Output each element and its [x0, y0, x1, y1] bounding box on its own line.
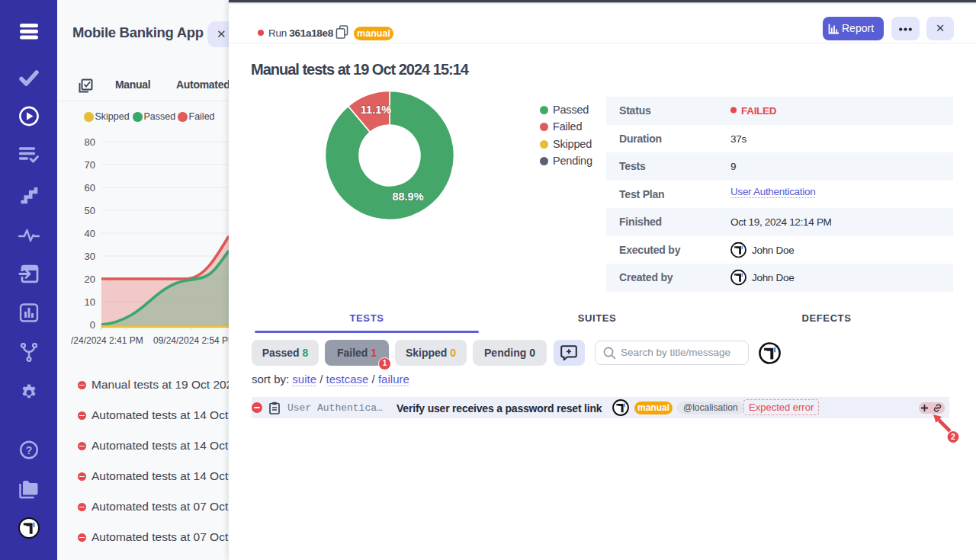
svg-text:10: 10 — [85, 296, 95, 308]
svg-text:30: 30 — [85, 251, 95, 262]
svg-text:80: 80 — [85, 136, 95, 148]
svg-text:2: 2 — [951, 432, 955, 441]
svg-text:70: 70 — [85, 159, 95, 171]
svg-text:40: 40 — [85, 228, 95, 239]
svg-text:?: ? — [25, 444, 32, 456]
svg-text:50: 50 — [85, 205, 95, 216]
svg-text:20: 20 — [85, 274, 95, 285]
svg-text:60: 60 — [85, 182, 95, 194]
svg-text:11.1%: 11.1% — [361, 104, 391, 116]
svg-text:0: 0 — [90, 319, 95, 331]
svg-text:88.9%: 88.9% — [392, 190, 423, 203]
